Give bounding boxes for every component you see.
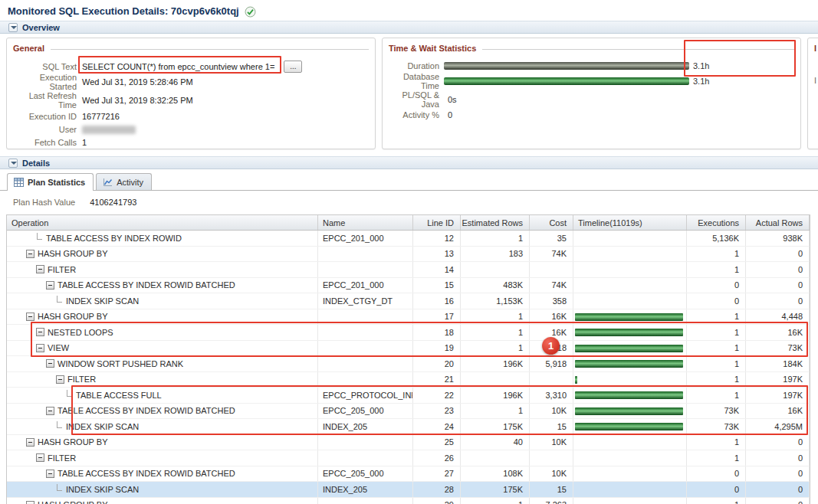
field-sql_text: SQL TextSELECT COUNT(*) from epcc_countv… xyxy=(13,60,369,73)
cell-timeline xyxy=(573,356,687,371)
col-name[interactable]: Name xyxy=(318,215,413,230)
cell-line_id: 26 xyxy=(413,450,461,466)
plan-row-line-28[interactable]: INDEX SKIP SCANINDEX_20528175K1500 xyxy=(7,482,810,498)
tree-collapse-icon[interactable] xyxy=(56,375,64,384)
general-panel-title: General xyxy=(13,44,44,53)
col-cost[interactable]: Cost xyxy=(530,215,573,230)
cell-line_id: 25 xyxy=(413,435,461,450)
bar-track xyxy=(444,62,689,70)
plan-row-line-12[interactable]: TABLE ACCESS BY INDEX ROWIDEPCC_201_0001… xyxy=(7,231,810,247)
cell-estimated_rows: 40 xyxy=(461,435,530,450)
cell-operation: INDEX SKIP SCAN xyxy=(7,482,318,497)
plan-row-line-29[interactable]: HASH GROUP BY2917,26310 xyxy=(7,498,810,504)
tree-collapse-icon[interactable] xyxy=(26,313,34,321)
cell-line_id: 14 xyxy=(413,262,461,277)
timeline-bar xyxy=(575,391,683,399)
cell-operation: FILTER xyxy=(7,262,318,277)
cell-actual_rows: 197K xyxy=(746,372,810,388)
tree-collapse-icon[interactable] xyxy=(46,470,54,478)
tab-plan-statistics[interactable]: Plan Statistics xyxy=(7,173,94,190)
cell-estimated_rows: 108K xyxy=(461,466,530,482)
cell-operation: NESTED LOOPS xyxy=(7,325,318,340)
tree-collapse-icon[interactable] xyxy=(26,501,34,504)
overview-section-header[interactable]: Overview xyxy=(0,21,818,34)
cell-actual_rows: 4,448 xyxy=(746,309,810,325)
cell-name xyxy=(318,341,413,356)
plan-row-line-15[interactable]: TABLE ACCESS BY INDEX ROWID BATCHEDEPCC_… xyxy=(7,278,810,294)
col-estimated-rows[interactable]: Estimated Rows xyxy=(461,215,530,230)
tree-collapse-icon[interactable] xyxy=(26,438,34,447)
cell-line_id: 27 xyxy=(413,466,461,482)
plan-row-line-22[interactable]: TABLE ACCESS FULLEPCC_PROTOCOL_INFO22196… xyxy=(7,388,810,404)
header-rule xyxy=(51,49,369,50)
tree-collapse-icon[interactable] xyxy=(36,265,44,273)
general-panel-header: General xyxy=(13,43,369,54)
plan-row-line-18[interactable]: NESTED LOOPS18116K116K xyxy=(7,325,810,341)
details-collapse-icon[interactable] xyxy=(8,159,18,168)
cell-actual_rows: 0 xyxy=(746,482,810,497)
col-operation[interactable]: Operation xyxy=(7,215,318,230)
plan-row-line-26[interactable]: FILTER2610 xyxy=(7,450,810,466)
overview-collapse-icon[interactable] xyxy=(8,23,18,32)
tree-collapse-icon[interactable] xyxy=(46,281,54,290)
col-executions[interactable]: Executions xyxy=(687,215,746,230)
plan-row-line-27[interactable]: TABLE ACCESS BY INDEX ROWID BATCHEDEPCC_… xyxy=(7,466,810,483)
col-timeline-11019s[interactable]: Timeline(11019s) xyxy=(573,215,687,230)
tree-collapse-icon[interactable] xyxy=(46,407,54,415)
cell-cost: 35 xyxy=(530,231,573,246)
cell-name: EPCC_201_000 xyxy=(318,278,413,293)
details-section-header[interactable]: Details xyxy=(0,156,818,169)
plan-row-line-16[interactable]: INDEX SKIP SCANINDEX_CTGY_DT161,153K3580… xyxy=(7,293,810,309)
operation-label: INDEX SKIP SCAN xyxy=(66,422,139,431)
cell-timeline xyxy=(573,404,687,419)
general-fields: SQL TextSELECT COUNT(*) from epcc_countv… xyxy=(13,60,369,149)
cell-name xyxy=(318,325,413,340)
cell-cost: 15 xyxy=(530,419,573,434)
cell-operation: FILTER xyxy=(7,372,318,388)
details-area: Plan StatisticsActivity Plan Hash Value … xyxy=(0,174,818,504)
cell-executions: 1 xyxy=(687,341,746,356)
timeline-bar xyxy=(575,376,577,384)
cell-operation: HASH GROUP BY xyxy=(7,247,318,262)
sql-text-more-button[interactable]: ... xyxy=(284,61,302,73)
plan-row-line-20[interactable]: WINDOW SORT PUSHED RANK20196K5,9181184K xyxy=(7,356,810,372)
page-header: Monitored SQL Execution Details: 70cvp6v… xyxy=(0,0,818,21)
cell-cost: 7,263 xyxy=(530,498,573,504)
field-execution_id: Execution ID16777216 xyxy=(13,110,369,123)
cell-estimated_rows: 1 xyxy=(461,341,530,356)
overview-panels: General SQL TextSELECT COUNT(*) from epc… xyxy=(0,34,818,156)
cell-line_id: 12 xyxy=(413,231,461,246)
cell-executions: 0 xyxy=(687,466,746,482)
operation-label: HASH GROUP BY xyxy=(38,437,108,447)
cell-actual_rows: 4,295M xyxy=(746,419,810,434)
cell-actual_rows: 16K xyxy=(746,404,810,419)
operation-label: TABLE ACCESS BY INDEX ROWID xyxy=(46,234,182,243)
operation-label: INDEX SKIP SCAN xyxy=(66,485,139,494)
tab-activity[interactable]: Activity xyxy=(96,173,152,190)
plan-row-line-24[interactable]: INDEX SKIP SCANINDEX_20524175K1573K4,295… xyxy=(7,419,810,435)
tree-collapse-icon[interactable] xyxy=(36,328,44,336)
plan-row-line-23[interactable]: TABLE ACCESS BY INDEX ROWID BATCHEDEPCC_… xyxy=(7,404,810,420)
details-tabs: Plan StatisticsActivity xyxy=(0,174,818,191)
clipped-row-label: I xyxy=(814,76,818,85)
tree-collapse-icon[interactable] xyxy=(26,250,34,258)
plan-row-line-14[interactable]: FILTER1410 xyxy=(7,262,810,278)
plan-row-line-25[interactable]: HASH GROUP BY254010K10 xyxy=(7,435,810,451)
cell-cost: 3,310 xyxy=(530,388,573,403)
tree-collapse-icon[interactable] xyxy=(36,453,44,462)
tree-collapse-icon[interactable] xyxy=(36,344,44,352)
cell-executions: 1 xyxy=(687,356,746,371)
plan-row-line-19[interactable]: VIEW1915,918173K xyxy=(7,341,810,357)
col-actual-rows[interactable]: Actual Rows xyxy=(746,215,810,230)
cell-cost: 10K xyxy=(530,435,573,450)
database-time-bar xyxy=(444,77,689,85)
cell-cost: 74K xyxy=(530,247,573,262)
tree-collapse-icon[interactable] xyxy=(46,359,54,368)
col-line-id[interactable]: Line ID xyxy=(413,215,461,230)
cell-timeline xyxy=(573,435,687,450)
plan-row-line-21[interactable]: FILTER211197K xyxy=(7,372,810,388)
plan-row-line-13[interactable]: HASH GROUP BY1318374K10 xyxy=(7,247,810,263)
cell-actual_rows: 0 xyxy=(746,466,810,482)
operation-label: HASH GROUP BY xyxy=(38,312,108,321)
plan-row-line-17[interactable]: HASH GROUP BY17116K14,448 xyxy=(7,309,810,326)
